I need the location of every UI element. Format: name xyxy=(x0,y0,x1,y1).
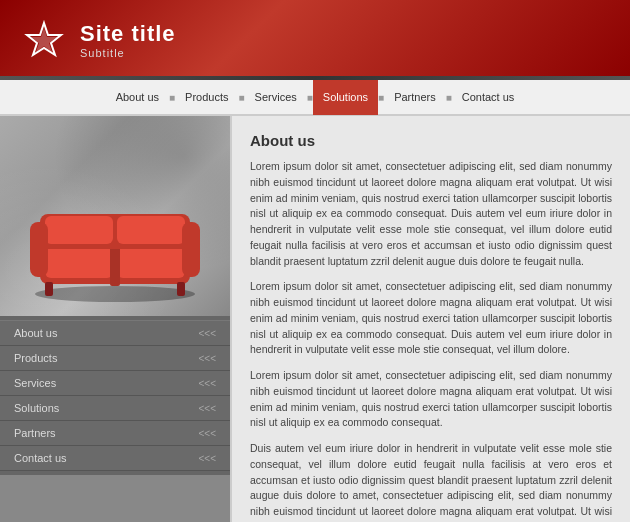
content-paragraph-3: Lorem ipsum dolor sit amet, consectetuer… xyxy=(250,368,612,431)
nav-item-about-us[interactable]: About us xyxy=(106,79,169,115)
site-title-block: Site title Subtitle xyxy=(80,21,176,59)
content-paragraphs: Lorem ipsum dolor sit amet, consectetuer… xyxy=(250,159,612,522)
sidebar-nav-item-contact-us[interactable]: Contact us<<< xyxy=(0,446,230,471)
sidebar-image xyxy=(0,116,230,316)
svg-point-2 xyxy=(35,286,195,302)
nav-item-partners[interactable]: Partners xyxy=(384,79,446,115)
content-paragraph-4: Duis autem vel eum iriure dolor in hendr… xyxy=(250,441,612,522)
sofa-illustration xyxy=(20,184,210,306)
svg-rect-5 xyxy=(117,246,185,278)
nav-item-solutions[interactable]: Solutions xyxy=(313,79,378,115)
sidebar-nav-item-partners[interactable]: Partners<<< xyxy=(0,421,230,446)
sidebar-nav-label: Services xyxy=(14,377,56,389)
svg-rect-6 xyxy=(110,244,120,286)
content-title: About us xyxy=(250,132,612,149)
sidebar-nav-arrows: <<< xyxy=(198,353,216,364)
sidebar: About us<<<Products<<<Services<<<Solutio… xyxy=(0,116,230,522)
sidebar-nav-label: Solutions xyxy=(14,402,59,414)
sidebar-nav-label: About us xyxy=(14,327,57,339)
svg-rect-9 xyxy=(117,216,185,244)
sidebar-nav-arrows: <<< xyxy=(198,403,216,414)
logo-icon xyxy=(20,16,68,64)
sidebar-nav-item-about-us[interactable]: About us<<< xyxy=(0,320,230,346)
nav-item-services[interactable]: Services xyxy=(245,79,307,115)
svg-rect-4 xyxy=(45,246,113,278)
svg-rect-8 xyxy=(45,216,113,244)
sidebar-nav-arrows: <<< xyxy=(198,378,216,389)
svg-rect-10 xyxy=(30,222,48,277)
sidebar-nav-arrows: <<< xyxy=(198,328,216,339)
main-nav: About us■Products■Services■Solutions■Par… xyxy=(0,80,630,116)
sidebar-nav: About us<<<Products<<<Services<<<Solutio… xyxy=(0,316,230,475)
nav-item-contact-us[interactable]: Contact us xyxy=(452,79,525,115)
sidebar-nav-item-services[interactable]: Services<<< xyxy=(0,371,230,396)
sidebar-nav-label: Products xyxy=(14,352,57,364)
content-area: About us Lorem ipsum dolor sit amet, con… xyxy=(230,116,630,522)
nav-item-products[interactable]: Products xyxy=(175,79,238,115)
content-paragraph-1: Lorem ipsum dolor sit amet, consectetuer… xyxy=(250,159,612,269)
main-area: About us<<<Products<<<Services<<<Solutio… xyxy=(0,116,630,522)
sidebar-nav-item-products[interactable]: Products<<< xyxy=(0,346,230,371)
site-subtitle: Subtitle xyxy=(80,47,176,59)
site-title: Site title xyxy=(80,21,176,47)
svg-rect-12 xyxy=(45,282,53,296)
sidebar-nav-arrows: <<< xyxy=(198,453,216,464)
sidebar-nav-label: Partners xyxy=(14,427,56,439)
svg-rect-13 xyxy=(177,282,185,296)
header: Site title Subtitle xyxy=(0,0,630,80)
svg-rect-11 xyxy=(182,222,200,277)
sidebar-nav-label: Contact us xyxy=(14,452,67,464)
content-paragraph-2: Lorem ipsum dolor sit amet, consectetuer… xyxy=(250,279,612,358)
sidebar-nav-arrows: <<< xyxy=(198,428,216,439)
sidebar-nav-item-solutions[interactable]: Solutions<<< xyxy=(0,396,230,421)
